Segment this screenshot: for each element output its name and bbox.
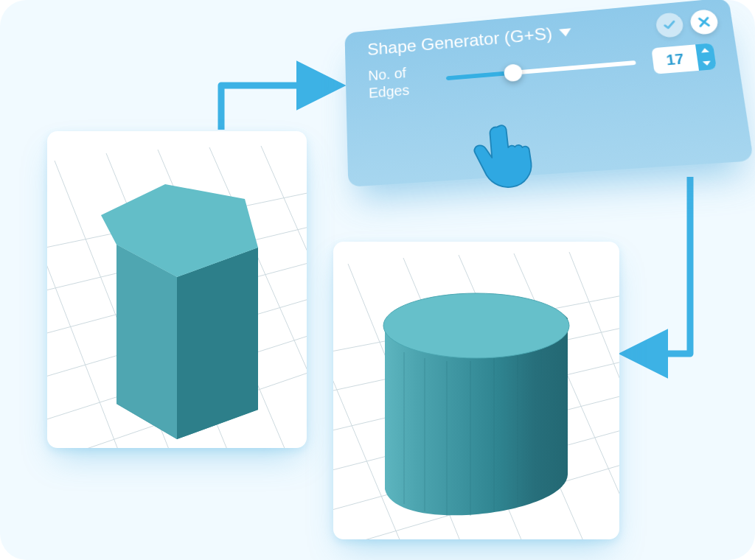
svg-marker-13 xyxy=(116,245,177,439)
preview-after xyxy=(333,242,619,539)
chevron-down-icon xyxy=(560,28,572,37)
edges-label: No. of Edges xyxy=(368,63,431,102)
preview-before xyxy=(47,131,307,448)
spin-up-button[interactable] xyxy=(695,43,714,57)
diagram-canvas: Shape Generator (G+S) No. of Edges xyxy=(0,0,755,560)
shape-generator-panel: Shape Generator (G+S) No. of Edges xyxy=(344,0,754,187)
close-icon xyxy=(696,15,712,29)
check-icon xyxy=(662,18,678,32)
edges-spinbox[interactable]: 17 xyxy=(651,43,717,74)
svg-line-10 xyxy=(261,146,307,448)
edges-slider[interactable] xyxy=(445,50,637,90)
svg-line-26 xyxy=(569,252,619,529)
slider-track-fill xyxy=(446,71,513,80)
panel-perspective-wrap: Shape Generator (G+S) No. of Edges xyxy=(345,21,728,183)
slider-thumb[interactable] xyxy=(504,63,523,82)
spin-down-button[interactable] xyxy=(697,56,717,71)
svg-point-35 xyxy=(383,293,569,358)
svg-marker-14 xyxy=(177,248,258,439)
spin-buttons xyxy=(695,43,717,70)
edges-value[interactable]: 17 xyxy=(651,44,699,74)
